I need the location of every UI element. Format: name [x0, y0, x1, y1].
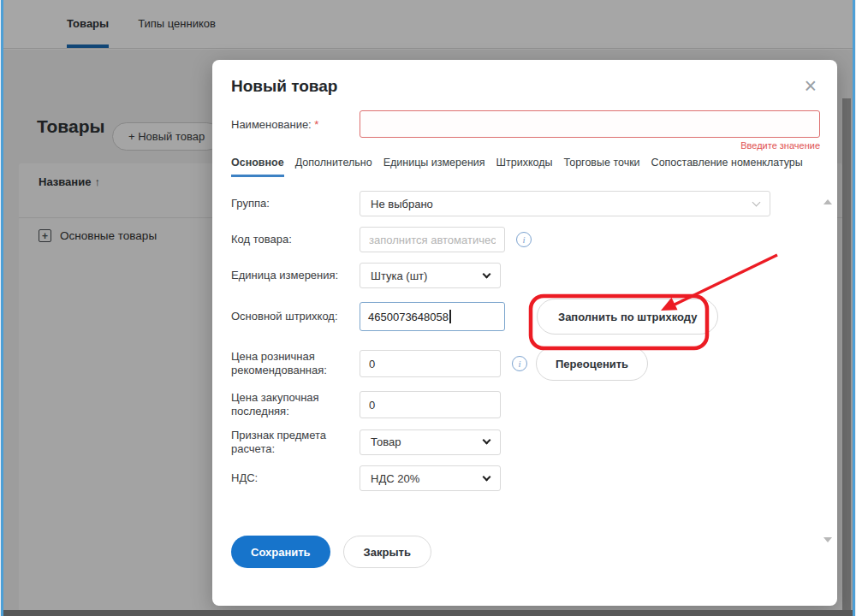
- product-code-input[interactable]: [360, 227, 505, 252]
- close-button[interactable]: Закрыть: [343, 536, 431, 568]
- tab-additional[interactable]: Дополнительно: [295, 157, 372, 177]
- save-button[interactable]: Сохранить: [231, 536, 330, 568]
- vat-select[interactable]: НДС 20%: [360, 465, 501, 491]
- chevron-down-icon: [483, 472, 491, 481]
- subject-type-value: Товар: [371, 435, 401, 448]
- scroll-down-icon[interactable]: [823, 537, 832, 542]
- chevron-down-icon: [752, 198, 761, 206]
- name-input[interactable]: [360, 110, 820, 138]
- app-screen: Товары Типы ценников Товары + Новый това…: [0, 0, 856, 616]
- tab-main[interactable]: Основное: [231, 157, 284, 177]
- modal-title: Новый товар: [231, 77, 337, 96]
- tab-nomenclature-mapping[interactable]: Сопоставление номенклатуры: [651, 157, 803, 177]
- group-select-value: Не выбрано: [371, 198, 433, 210]
- new-product-modal: Новый товар × Наименование: * Введите зн…: [212, 60, 837, 606]
- unit-select-value: Штука (шт): [371, 270, 427, 282]
- info-icon[interactable]: i: [512, 356, 527, 371]
- code-label: Код товара:: [231, 233, 360, 246]
- purchase-price-row: Цена закупочная последняя:: [231, 391, 820, 418]
- text-cursor: [449, 310, 451, 323]
- group-label: Группа:: [231, 197, 360, 210]
- name-field-row: Наименование: * Введите значение: [231, 110, 820, 151]
- vat-select-value: НДС 20%: [371, 472, 419, 485]
- chevron-down-icon: [483, 270, 491, 278]
- info-icon[interactable]: i: [516, 232, 532, 247]
- group-row: Группа: Не выбрано: [231, 191, 820, 216]
- close-icon[interactable]: ×: [800, 77, 820, 94]
- modal-form: Группа: Не выбрано Код товара: i Единица…: [231, 191, 820, 491]
- tab-units[interactable]: Единицы измерения: [383, 157, 485, 177]
- name-field-label: Наименование: *: [231, 110, 360, 132]
- retail-price-input[interactable]: [360, 350, 501, 377]
- barcode-label: Основной штрихкод:: [231, 310, 360, 323]
- unit-row: Единица измерения: Штука (шт): [231, 263, 820, 288]
- validation-error: Введите значение: [360, 140, 820, 151]
- window-bottom-edge: [0, 610, 856, 616]
- fill-by-barcode-button[interactable]: Заполнить по штрихкоду: [537, 299, 718, 335]
- scroll-up-icon[interactable]: [823, 199, 832, 204]
- retail-price-row: Цена розничная рекомендованная: i Переоц…: [231, 346, 820, 381]
- vat-row: НДС: НДС 20%: [231, 465, 820, 491]
- unit-label: Единица измерения:: [231, 269, 360, 282]
- purchase-price-label: Цена закупочная последняя:: [231, 391, 360, 418]
- barcode-value: 4650073648058: [368, 311, 449, 323]
- window-left-border: [1, 0, 3, 616]
- vat-label: НДС:: [231, 471, 360, 485]
- chevron-down-icon: [483, 436, 491, 445]
- revalue-button[interactable]: Переоценить: [536, 346, 648, 381]
- name-label-text: Наименование:: [231, 118, 312, 131]
- required-mark: *: [314, 118, 318, 131]
- group-select[interactable]: Не выбрано: [360, 191, 770, 216]
- subject-type-select[interactable]: Товар: [360, 429, 501, 455]
- unit-select[interactable]: Штука (шт): [360, 263, 501, 288]
- purchase-price-input[interactable]: [360, 391, 501, 418]
- subject-type-row: Признак предмета расчета: Товар: [231, 429, 820, 455]
- modal-footer: Сохранить Закрыть: [231, 536, 820, 568]
- subject-type-label: Признак предмета расчета:: [231, 429, 360, 455]
- modal-header: Новый товар ×: [231, 77, 820, 96]
- tab-outlets[interactable]: Торговые точки: [564, 157, 640, 177]
- tab-barcodes[interactable]: Штрихкоды: [496, 157, 553, 177]
- retail-price-label: Цена розничная рекомендованная:: [231, 350, 360, 376]
- code-row: Код товара: i: [231, 227, 820, 252]
- barcode-input[interactable]: 4650073648058: [360, 302, 505, 331]
- barcode-row: Основной штрихкод: 4650073648058 Заполни…: [231, 299, 820, 335]
- modal-tab-bar: Основное Дополнительно Единицы измерения…: [231, 157, 820, 177]
